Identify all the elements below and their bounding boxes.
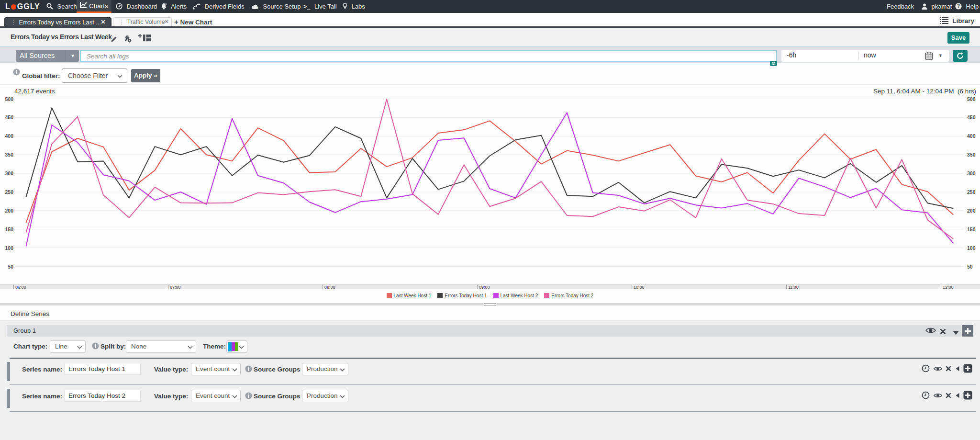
svg-text:?: ?	[957, 3, 960, 9]
